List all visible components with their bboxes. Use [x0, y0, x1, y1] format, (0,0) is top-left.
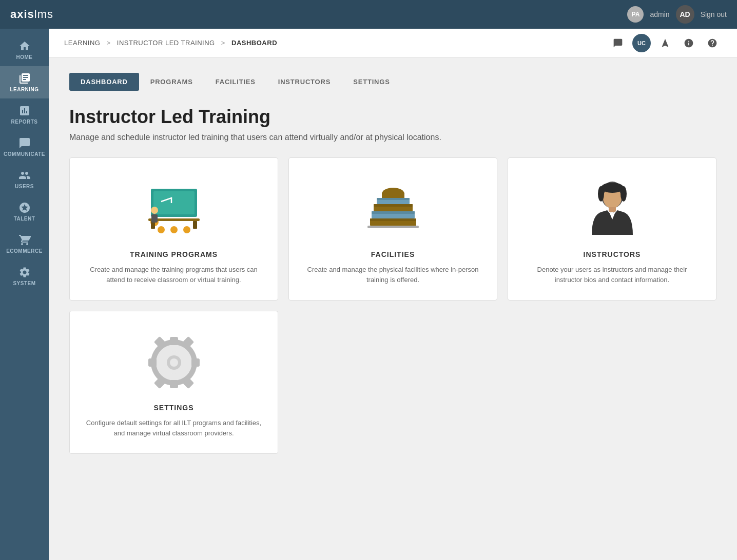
svg-rect-1 — [153, 191, 195, 214]
uc-icon-btn[interactable]: UC — [632, 34, 651, 52]
card-desc-training-programs: Create and manage the training programs … — [85, 265, 262, 285]
chat-icon-btn[interactable] — [609, 34, 627, 52]
ecommerce-icon — [18, 234, 31, 246]
card-desc-facilities: Create and manage the physical facilitie… — [304, 265, 481, 285]
svg-point-26 — [601, 183, 624, 193]
card-settings[interactable]: SETTINGS Configure default settings for … — [69, 311, 278, 454]
talent-icon — [18, 202, 31, 214]
svg-rect-34 — [191, 358, 200, 367]
navigation-icon — [660, 38, 670, 48]
card-training-programs[interactable]: TRAINING PROGRAMS Create and manage the … — [69, 157, 278, 301]
admin-label: admin — [650, 10, 669, 18]
breadcrumb-bar: LEARNING > INSTRUCTOR LED TRAINING > DAS… — [49, 29, 737, 57]
card-title-settings: SETTINGS — [153, 404, 193, 412]
user-avatar-ad[interactable]: AD — [676, 5, 694, 24]
cards-grid-row1: TRAINING PROGRAMS Create and manage the … — [69, 157, 716, 301]
chat-icon — [613, 38, 623, 48]
svg-point-8 — [183, 226, 190, 233]
training-programs-illustration — [143, 178, 205, 240]
sidebar: HOME LEARNING REPORTS COMMUNICATE USERS … — [0, 29, 49, 560]
sidebar-item-reports[interactable]: REPORTS — [0, 98, 49, 131]
sidebar-item-talent[interactable]: TALENT — [0, 195, 49, 228]
svg-rect-5 — [193, 221, 197, 229]
reports-icon — [18, 105, 31, 117]
card-title-facilities: FACILITIES — [371, 250, 415, 258]
settings-icon — [143, 332, 205, 393]
tab-facilities[interactable]: FACILITIES — [204, 73, 267, 91]
svg-rect-32 — [170, 380, 178, 388]
sidebar-item-label: COMMUNICATE — [4, 151, 45, 157]
sidebar-item-home[interactable]: HOME — [0, 34, 49, 66]
sidebar-item-label: HOME — [16, 54, 33, 60]
tab-dashboard[interactable]: DASHBOARD — [69, 73, 139, 91]
system-icon — [18, 266, 31, 278]
help-icon — [707, 38, 717, 48]
info-icon — [684, 38, 694, 48]
svg-point-6 — [158, 226, 165, 233]
breadcrumb-learning[interactable]: LEARNING — [64, 39, 100, 47]
sign-out-link[interactable]: Sign out — [701, 10, 727, 18]
main-layout: HOME LEARNING REPORTS COMMUNICATE USERS … — [0, 29, 737, 560]
sidebar-item-label: ECOMMERCE — [6, 248, 43, 254]
user-avatar-pa: PA — [627, 6, 644, 23]
facilities-illustration — [362, 178, 424, 240]
card-title-training-programs: TRAINING PROGRAMS — [130, 250, 218, 258]
svg-point-27 — [598, 186, 604, 202]
svg-rect-20 — [370, 218, 416, 221]
breadcrumb-sep-1: > — [107, 39, 113, 47]
svg-rect-18 — [372, 211, 415, 214]
svg-point-9 — [151, 207, 158, 214]
svg-rect-33 — [148, 358, 157, 367]
tab-programs[interactable]: PROGRAMS — [139, 73, 204, 91]
tab-instructors[interactable]: INSTRUCTORS — [267, 73, 342, 91]
card-facilities[interactable]: FACILITIES Create and manage the physica… — [288, 157, 497, 301]
sidebar-item-communicate[interactable]: COMMUNICATE — [0, 131, 49, 163]
communicate-icon — [18, 137, 31, 149]
card-desc-settings: Configure default settings for all ILT p… — [85, 418, 262, 438]
sidebar-item-users[interactable]: USERS — [0, 163, 49, 195]
svg-rect-31 — [170, 337, 178, 345]
info-icon-btn[interactable] — [680, 34, 698, 52]
breadcrumb: LEARNING > INSTRUCTOR LED TRAINING > DAS… — [64, 39, 277, 47]
tab-settings[interactable]: SETTINGS — [342, 73, 401, 91]
main-content: DASHBOARD PROGRAMS FACILITIES INSTRUCTOR… — [49, 57, 737, 560]
sidebar-item-learning[interactable]: LEARNING — [0, 66, 49, 98]
svg-rect-10 — [151, 214, 158, 223]
svg-point-7 — [170, 226, 178, 233]
users-icon — [18, 169, 31, 182]
cards-grid-row2: SETTINGS Configure default settings for … — [69, 311, 716, 454]
svg-rect-25 — [609, 207, 616, 212]
top-nav-right: PA admin AD Sign out — [627, 5, 727, 24]
top-navigation: axislms PA admin AD Sign out — [0, 0, 737, 29]
breadcrumb-icons: UC — [609, 34, 722, 52]
svg-rect-12 — [382, 193, 404, 198]
sidebar-item-label: LEARNING — [10, 87, 38, 92]
breadcrumb-current: DASHBOARD — [231, 39, 277, 47]
facilities-icon — [362, 178, 424, 240]
training-programs-icon — [143, 178, 205, 240]
svg-rect-16 — [374, 204, 413, 207]
app-logo: axislms — [10, 8, 53, 21]
sidebar-item-label: TALENT — [14, 216, 35, 222]
tabs-bar: DASHBOARD PROGRAMS FACILITIES INSTRUCTOR… — [69, 73, 716, 91]
svg-point-41 — [170, 358, 178, 367]
settings-illustration — [143, 332, 205, 393]
page-heading: Instructor Led Training Manage and sched… — [69, 106, 716, 142]
content-area: LEARNING > INSTRUCTOR LED TRAINING > DAS… — [49, 29, 737, 560]
card-title-instructors: INSTRUCTORS — [584, 250, 641, 258]
sidebar-item-label: REPORTS — [11, 119, 38, 125]
instructors-icon — [581, 178, 643, 240]
home-icon — [18, 40, 31, 52]
breadcrumb-ilt[interactable]: INSTRUCTOR LED TRAINING — [117, 39, 215, 47]
instructors-illustration — [581, 178, 643, 240]
navigation-icon-btn[interactable] — [656, 34, 674, 52]
help-icon-btn[interactable] — [703, 34, 722, 52]
sidebar-item-ecommerce[interactable]: ECOMMERCE — [0, 228, 49, 260]
svg-rect-14 — [377, 198, 410, 200]
card-instructors[interactable]: INSTRUCTORS Denote your users as instruc… — [508, 157, 716, 301]
sidebar-item-label: SYSTEM — [13, 281, 35, 286]
card-desc-instructors: Denote your users as instructors and man… — [523, 265, 701, 285]
svg-rect-21 — [367, 226, 419, 228]
learning-icon — [18, 72, 31, 85]
sidebar-item-system[interactable]: SYSTEM — [0, 260, 49, 292]
